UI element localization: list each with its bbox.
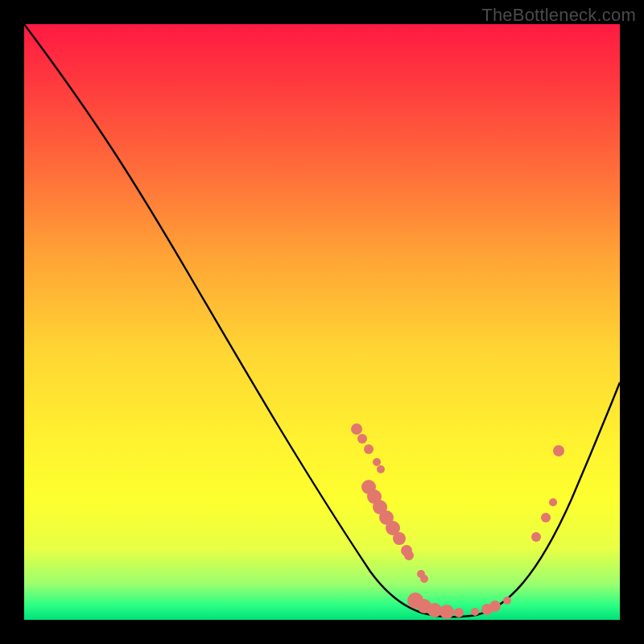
watermark-text: TheBottleneck.com <box>481 5 636 26</box>
data-marker <box>357 434 367 444</box>
data-marker <box>393 532 406 545</box>
data-marker <box>420 575 428 583</box>
data-marker <box>351 423 362 435</box>
data-marker <box>404 551 414 560</box>
data-marker <box>471 608 479 616</box>
data-marker <box>364 444 374 454</box>
bottleneck-curve <box>24 24 620 620</box>
data-marker <box>440 605 454 619</box>
data-marker <box>541 513 551 522</box>
data-marker <box>549 498 557 506</box>
markers-group <box>351 423 564 619</box>
data-marker <box>503 597 511 605</box>
data-marker <box>553 445 564 456</box>
data-marker <box>531 532 541 542</box>
data-marker <box>454 608 464 617</box>
data-marker <box>373 458 381 466</box>
data-marker <box>489 601 501 612</box>
data-marker <box>377 465 385 473</box>
curve-path <box>24 24 620 617</box>
chart-plot-area <box>24 24 620 620</box>
